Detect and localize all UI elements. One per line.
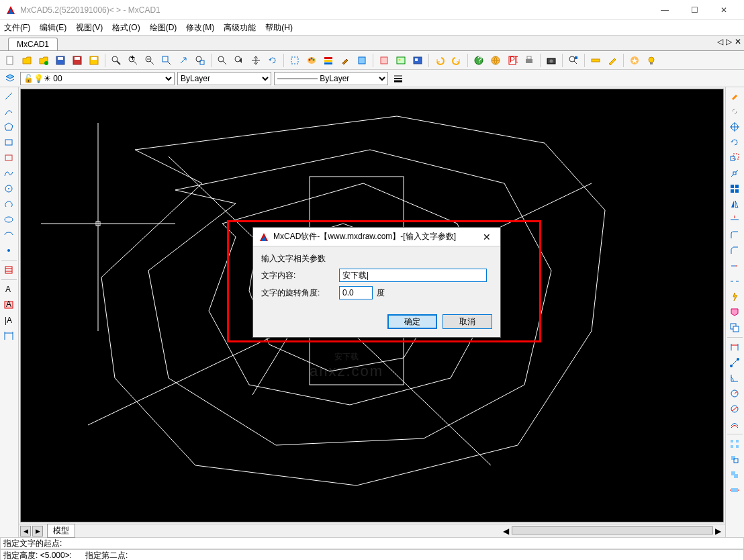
minimize-button[interactable]: — [650,1,680,19]
select-icon[interactable] [287,53,302,68]
chamfer-icon[interactable] [727,243,742,258]
redo-icon[interactable] [449,53,464,68]
document-tab[interactable]: MxCAD1 [8,38,58,50]
ellipse-arc-icon[interactable] [1,228,16,242]
menu-modify[interactable]: 修改(M) [186,22,214,34]
menu-format[interactable]: 格式(O) [112,22,140,34]
rectangle-icon[interactable] [1,135,16,150]
radius-icon[interactable] [727,386,742,401]
refresh-icon[interactable] [265,53,280,68]
saveas-icon[interactable] [70,53,85,68]
pdf-icon[interactable]: PDF [505,53,520,68]
help-icon[interactable]: ? [471,53,486,68]
arc-icon[interactable] [1,104,16,119]
ruler-icon[interactable] [588,53,603,68]
menu-draw[interactable]: 绘图(D) [150,22,177,34]
open2-icon[interactable] [36,53,51,68]
layout-prev-icon[interactable]: ◀ [20,526,31,536]
rotate-icon[interactable] [727,135,742,150]
line-icon[interactable] [1,89,16,103]
fillet-icon[interactable] [727,228,742,242]
pan-icon[interactable] [248,53,263,68]
hscroll-right-icon[interactable]: ▶ [715,526,721,536]
break-icon[interactable] [727,274,742,289]
new-icon[interactable] [3,53,17,68]
quick-icon[interactable] [727,289,742,304]
ole-icon[interactable] [410,53,425,68]
menu-view[interactable]: 视图(V) [76,22,103,34]
maximize-button[interactable]: ☐ [680,1,709,19]
polygon-icon[interactable] [1,120,16,134]
move-icon[interactable] [727,452,742,467]
measure-icon[interactable] [727,355,742,370]
extend-icon[interactable] [727,259,742,273]
dialog-close-icon[interactable]: ✕ [479,232,495,242]
export-icon[interactable] [87,53,101,68]
layers-panel-icon[interactable] [3,71,17,86]
diameter-icon[interactable] [727,402,742,416]
dimension-icon[interactable] [1,328,16,343]
ok-button[interactable]: 确定 [387,314,437,329]
copy-rect-icon[interactable] [727,320,742,335]
circle-icon[interactable] [1,181,16,196]
model-tab[interactable]: 模型 [47,524,75,538]
layout-next-icon[interactable]: ▶ [32,526,43,536]
menu-advanced[interactable]: 高级功能 [224,22,256,34]
brush-edit-icon[interactable] [727,89,742,103]
zoom-realtime-icon[interactable] [215,53,230,68]
menu-edit[interactable]: 编辑(E) [40,22,66,34]
open-icon[interactable] [19,53,34,68]
tab-close-icon[interactable]: ✕ [735,37,741,46]
tab-next-icon[interactable]: ▷ [726,37,732,46]
target-icon[interactable] [727,120,742,134]
star-icon[interactable] [627,53,642,68]
brush-icon[interactable] [338,53,353,68]
layers-icon[interactable] [321,53,336,68]
mirror-icon[interactable] [727,197,742,212]
hatch-icon[interactable] [1,263,16,277]
zoom-window-icon[interactable] [159,53,174,68]
lineweight-icon[interactable] [391,71,406,86]
ellipse-icon[interactable] [1,212,16,227]
undo-icon[interactable] [432,53,447,68]
point-icon[interactable] [1,243,16,258]
text-content-input[interactable] [339,269,487,282]
bulb-icon[interactable] [644,53,659,68]
web-icon[interactable] [488,53,503,68]
copy-icon[interactable] [727,467,742,482]
array-icon[interactable] [727,436,742,451]
menu-help[interactable]: 帮助(H) [265,22,293,34]
mtext-icon[interactable]: A [1,297,16,312]
close-button[interactable]: ✕ [709,1,739,19]
edit-icon[interactable] [605,53,620,68]
rect-alt-icon[interactable] [1,150,16,165]
scale-box-icon[interactable] [727,150,742,165]
zoom-extents-icon[interactable] [193,53,207,68]
trim-icon[interactable] [727,212,742,227]
region-icon[interactable] [727,305,742,320]
zoom-in-icon[interactable]: + [126,53,140,68]
save-icon[interactable] [53,53,68,68]
text-vert-icon[interactable]: |A [1,313,16,328]
circle-arc-icon[interactable] [1,197,16,212]
palette-icon[interactable] [304,53,319,68]
grid-move-icon[interactable] [727,181,742,196]
command-input[interactable]: 指定高度: <5.000>: 指定第二点: [0,549,744,560]
offset-icon[interactable] [727,417,742,432]
zoom-icon[interactable] [109,53,124,68]
print-icon[interactable] [522,53,537,68]
insert-icon[interactable] [377,53,391,68]
rotation-input[interactable] [339,286,373,299]
camera-icon[interactable] [544,53,559,68]
cancel-button[interactable]: 取消 [443,314,492,329]
zoom-prev-icon[interactable] [232,53,246,68]
zoom-arrow-icon[interactable] [176,53,191,68]
block-icon[interactable] [355,53,369,68]
hscroll-left-icon[interactable]: ◀ [503,526,509,536]
spline-icon[interactable] [1,166,16,181]
scale-icon[interactable] [727,166,742,181]
hscroll-track[interactable] [512,526,713,534]
color-select[interactable]: ByLayer [177,72,271,85]
stretch-icon[interactable] [727,483,742,498]
text-icon[interactable]: A [1,282,16,297]
